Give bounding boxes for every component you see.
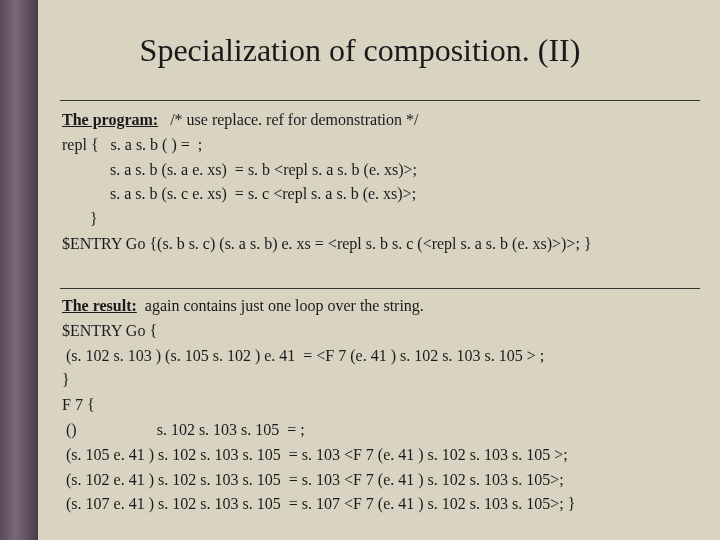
result-line: (s. 102 s. 103 ) (s. 105 s. 102 ) e. 41 …: [62, 344, 710, 369]
result-line: (s. 105 e. 41 ) s. 102 s. 103 s. 105 = s…: [62, 443, 710, 468]
result-line: (s. 107 e. 41 ) s. 102 s. 103 s. 105 = s…: [62, 492, 710, 517]
result-heading-line: The result: again contains just one loop…: [62, 294, 710, 319]
slide-title: Specialization of composition. (II): [0, 32, 720, 69]
result-line: }: [62, 368, 710, 393]
program-line: s. a s. b (s. c e. xs) = s. c <repl s. a…: [62, 182, 710, 207]
result-line: $ENTRY Go {: [62, 319, 710, 344]
result-block: The result: again contains just one loop…: [62, 294, 710, 517]
result-line: F 7 {: [62, 393, 710, 418]
result-line: (s. 102 e. 41 ) s. 102 s. 103 s. 105 = s…: [62, 468, 710, 493]
program-line: s. a s. b (s. a e. xs) = s. b <repl s. a…: [62, 158, 710, 183]
divider-top: [60, 100, 700, 101]
program-heading-line: The program: /* use replace. ref for dem…: [62, 108, 710, 133]
divider-mid: [60, 288, 700, 289]
result-heading: The result:: [62, 297, 137, 314]
program-comment: /* use replace. ref for demonstration */: [170, 111, 418, 128]
program-heading: The program:: [62, 111, 158, 128]
program-line: }: [62, 207, 710, 232]
result-line: () s. 102 s. 103 s. 105 = ;: [62, 418, 710, 443]
result-comment: again contains just one loop over the st…: [145, 297, 424, 314]
program-block: The program: /* use replace. ref for dem…: [62, 108, 710, 257]
program-line: $ENTRY Go {(s. b s. c) (s. a s. b) e. xs…: [62, 232, 710, 257]
program-line: repl { s. a s. b ( ) = ;: [62, 133, 710, 158]
slide-sidebar: [0, 0, 38, 540]
slide: Specialization of composition. (II) The …: [0, 0, 720, 540]
